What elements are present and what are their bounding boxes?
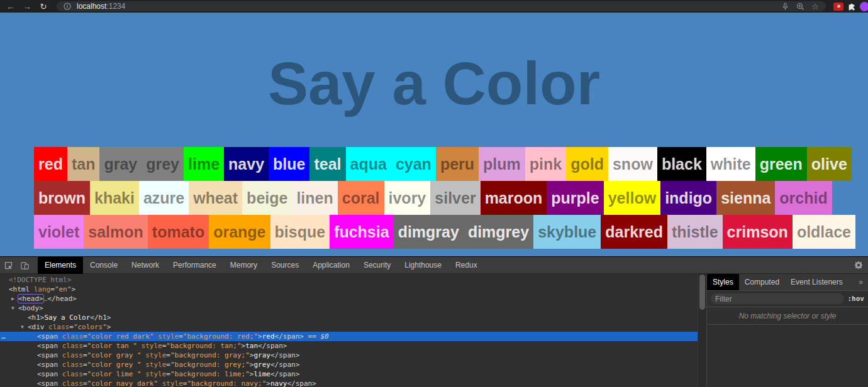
color-swatch-coral[interactable]: coral — [338, 181, 384, 215]
color-swatch-white[interactable]: white — [706, 147, 755, 181]
color-swatch-darkred[interactable]: darkred — [601, 215, 667, 249]
dom-tree-line[interactable]: <span class="color gray " style="backgro… — [0, 351, 698, 360]
zoom-search-icon[interactable] — [794, 1, 806, 11]
more-actions-icon[interactable]: … — [1, 332, 5, 341]
color-swatch-dimgrey[interactable]: dimgrey — [464, 215, 533, 249]
dom-tree-line[interactable]: ▼<div class="colors"> — [0, 322, 698, 332]
color-swatch-orange[interactable]: orange — [209, 215, 270, 249]
color-swatch-teal[interactable]: teal — [309, 147, 345, 181]
code-token: = — [83, 379, 87, 387]
profile-avatar[interactable] — [860, 2, 868, 11]
color-swatch-ivory[interactable]: ivory — [384, 181, 431, 215]
devtools-tab-security[interactable]: Security — [357, 257, 398, 274]
color-swatch-aqua[interactable]: aqua — [346, 147, 391, 181]
device-toolbar-icon[interactable] — [16, 257, 33, 273]
more-tabs-chevron-icon[interactable]: » — [859, 278, 863, 286]
color-swatch-olive[interactable]: olive — [807, 147, 852, 181]
color-swatch-tomato[interactable]: tomato — [148, 215, 209, 249]
dom-tree-line[interactable]: <span class="color lime " style="backgro… — [0, 369, 698, 379]
address-bar[interactable]: localhost:1234 ☆ — [57, 1, 826, 11]
dom-tree-line[interactable]: ▼<body> — [0, 303, 698, 313]
dom-tree-line[interactable]: <span class="color tan " style="backgrou… — [0, 341, 698, 351]
devtools-tab-bar: ElementsConsoleNetworkPerformanceMemoryS… — [38, 257, 854, 274]
code-token: "background: lime;" — [170, 370, 250, 378]
color-swatch-wheat[interactable]: wheat — [189, 181, 242, 215]
color-swatch-purple[interactable]: purple — [547, 181, 603, 215]
url-text[interactable]: localhost:1234 — [77, 2, 125, 11]
styles-tab-computed[interactable]: Computed — [739, 274, 785, 290]
settings-gear-icon[interactable] — [854, 261, 863, 270]
devtools-tab-network[interactable]: Network — [125, 257, 166, 274]
color-swatch-brown[interactable]: brown — [34, 181, 90, 215]
color-swatch-khaki[interactable]: khaki — [90, 181, 139, 215]
back-icon[interactable]: ← — [4, 1, 18, 12]
color-swatch-salmon[interactable]: salmon — [84, 215, 148, 249]
dom-tree-line[interactable]: <h1>Say a Color</h1> — [0, 313, 698, 322]
dom-tree-line-selected[interactable]: …<span class="color red dark" style="bac… — [0, 332, 698, 341]
dom-tree-scrollbar[interactable] — [698, 274, 706, 387]
microphone-icon[interactable] — [779, 1, 791, 11]
color-swatch-beige[interactable]: beige — [242, 181, 292, 215]
color-swatch-snow[interactable]: snow — [608, 147, 657, 181]
color-swatch-cyan[interactable]: cyan — [391, 147, 436, 181]
color-swatch-orchid[interactable]: orchid — [775, 181, 832, 215]
color-swatch-red[interactable]: red — [34, 147, 67, 181]
color-swatch-crimson[interactable]: crimson — [723, 215, 793, 249]
color-swatch-plum[interactable]: plum — [479, 147, 525, 181]
color-swatch-oldlace[interactable]: oldlace — [793, 215, 855, 249]
color-swatch-lime[interactable]: lime — [184, 147, 224, 181]
dom-tree-line[interactable]: <span class="color navy dark" style="bac… — [0, 379, 698, 387]
color-swatch-peru[interactable]: peru — [436, 147, 479, 181]
devtools-tab-elements[interactable]: Elements — [38, 257, 83, 274]
dom-tree-line[interactable]: ▶<head>…</head> — [0, 294, 698, 303]
color-swatch-sienna[interactable]: sienna — [716, 181, 775, 215]
color-swatch-gold[interactable]: gold — [566, 147, 608, 181]
color-swatch-grey[interactable]: grey — [142, 147, 184, 181]
color-swatch-yellow[interactable]: yellow — [604, 181, 660, 215]
color-swatch-bisque[interactable]: bisque — [270, 215, 330, 249]
extensions-puzzle-icon[interactable] — [846, 1, 857, 11]
devtools-tab-lighthouse[interactable]: Lighthouse — [398, 257, 448, 274]
collapse-arrow-icon[interactable]: ▼ — [11, 303, 14, 313]
styles-filter-input[interactable] — [711, 293, 844, 304]
color-swatch-blue[interactable]: blue — [269, 147, 309, 181]
color-swatch-indigo[interactable]: indigo — [660, 181, 716, 215]
dom-tree-line[interactable]: <span class="color grey " style="backgro… — [0, 360, 698, 369]
color-swatch-dimgray[interactable]: dimgray — [394, 215, 464, 249]
color-swatch-violet[interactable]: violet — [34, 215, 84, 249]
info-icon[interactable] — [62, 1, 73, 11]
color-swatch-azure[interactable]: azure — [139, 181, 189, 215]
color-swatch-pink[interactable]: pink — [525, 147, 566, 181]
code-token: style — [142, 351, 167, 359]
forward-icon[interactable]: → — [20, 1, 34, 12]
color-swatch-skyblue[interactable]: skyblue — [533, 215, 601, 249]
bookmark-star-icon[interactable]: ☆ — [810, 1, 821, 11]
color-swatch-linen[interactable]: linen — [292, 181, 337, 215]
color-swatch-gray[interactable]: gray — [99, 147, 142, 181]
color-swatch-thistle[interactable]: thistle — [667, 215, 723, 249]
inspect-element-icon[interactable] — [0, 257, 16, 273]
reload-icon[interactable]: ↻ — [36, 1, 50, 12]
color-swatch-green[interactable]: green — [755, 147, 807, 181]
dom-tree-line[interactable]: <!DOCTYPE html> — [0, 275, 698, 285]
color-swatch-silver[interactable]: silver — [430, 181, 480, 215]
dom-tree-line[interactable]: <html lang="en"> — [0, 285, 698, 294]
devtools-tab-sources[interactable]: Sources — [264, 257, 306, 274]
collapse-arrow-icon[interactable]: ▼ — [21, 322, 24, 332]
devtools-tab-memory[interactable]: Memory — [223, 257, 264, 274]
color-swatch-black[interactable]: black — [657, 147, 706, 181]
devtools-tab-console[interactable]: Console — [83, 257, 125, 274]
color-swatch-fuchsia[interactable]: fuchsia — [330, 215, 394, 249]
color-swatch-tan[interactable]: tan — [67, 147, 100, 181]
devtools-tab-redux[interactable]: Redux — [448, 257, 484, 274]
pseudo-state-toggle[interactable]: :hov — [848, 295, 865, 303]
devtools-tab-performance[interactable]: Performance — [166, 257, 223, 274]
extension-badge-icon[interactable]: » — [833, 3, 843, 11]
expand-arrow-icon[interactable]: ▶ — [11, 294, 14, 303]
dom-tree-scrollbar-thumb[interactable] — [699, 275, 705, 310]
devtools-tab-application[interactable]: Application — [306, 257, 357, 274]
styles-tab-event-listeners[interactable]: Event Listeners — [785, 274, 849, 290]
color-swatch-navy[interactable]: navy — [224, 147, 269, 181]
styles-tab-styles[interactable]: Styles — [707, 274, 739, 290]
color-swatch-maroon[interactable]: maroon — [481, 181, 547, 215]
